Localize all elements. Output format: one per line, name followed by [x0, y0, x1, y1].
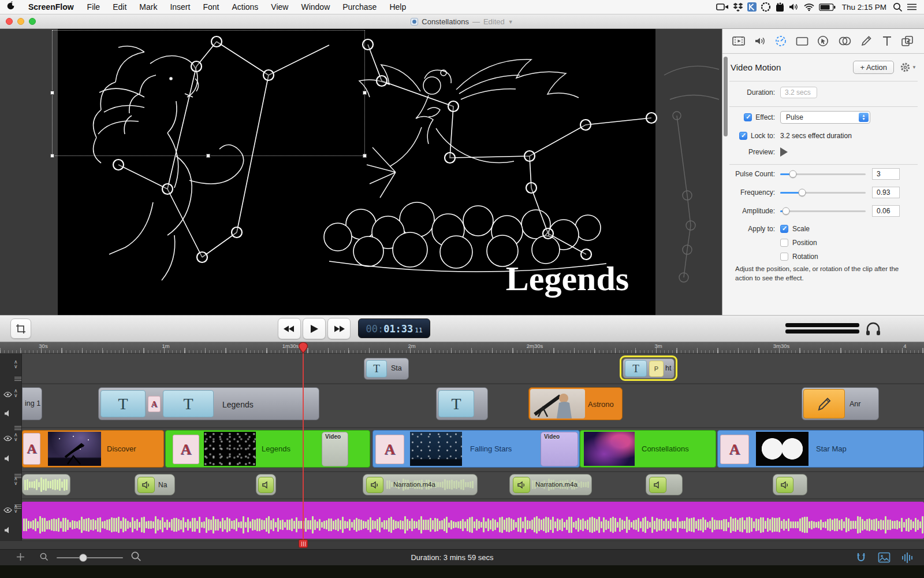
clip-audio-narration-1[interactable]: Narration.m4a	[363, 474, 478, 495]
canvas-selection-rect[interactable]	[52, 30, 365, 156]
transitions-tab-icon[interactable]	[837, 35, 852, 47]
track-collapse-control[interactable]: ∧∨	[14, 504, 18, 513]
clip-audio-narration-2[interactable]: Narration.m4a	[509, 474, 592, 495]
waveforms-toggle-icon[interactable]	[901, 552, 914, 564]
volume-icon[interactable]	[789, 3, 799, 11]
menu-view[interactable]: View	[264, 0, 295, 14]
selection-handle[interactable]	[206, 154, 210, 158]
play-button[interactable]	[303, 318, 326, 339]
zoom-out-icon[interactable]	[40, 553, 49, 563]
menu-insert[interactable]: Insert	[163, 0, 196, 14]
frequency-value[interactable]: 0.93	[872, 187, 900, 198]
menu-file[interactable]: File	[81, 0, 107, 14]
track-mute-icon[interactable]	[4, 454, 12, 465]
scale-checkbox[interactable]	[780, 225, 788, 233]
rewind-button[interactable]	[278, 318, 301, 339]
rotation-checkbox[interactable]	[780, 253, 788, 261]
track-collapse-control[interactable]: ∧∨	[14, 476, 18, 486]
crop-button[interactable]	[10, 318, 31, 339]
gear-menu-button[interactable]: ▼	[900, 62, 916, 73]
callout-tab-icon[interactable]	[816, 35, 830, 47]
clip-audio-na[interactable]: Na	[135, 474, 175, 495]
position-checkbox[interactable]	[780, 239, 788, 247]
menu-mark[interactable]: Mark	[133, 0, 163, 14]
thumbnails-toggle-icon[interactable]	[878, 552, 891, 564]
clip-video-falling-stars[interactable]: A Falling Stars Video	[372, 430, 580, 468]
video-motion-tab-icon-selected[interactable]	[774, 35, 788, 47]
zoom-in-icon[interactable]	[131, 551, 141, 564]
selection-handle[interactable]	[363, 154, 367, 158]
clip-annotation[interactable]: Anr	[802, 387, 879, 420]
clip-astronomer[interactable]: Astrono	[528, 387, 623, 420]
clip-text-selected[interactable]: T P ht S	[623, 358, 675, 379]
headphones-monitor-icon[interactable]	[865, 321, 881, 336]
clip-text[interactable]: T	[436, 387, 488, 420]
duration-field[interactable]: 3.2 secs	[780, 87, 817, 98]
document-proxy-icon[interactable]	[411, 18, 418, 25]
clip-text-partial[interactable]: ing 1	[22, 387, 42, 420]
add-track-button[interactable]	[16, 553, 25, 563]
spotlight-search-icon[interactable]	[893, 2, 903, 12]
amplitude-slider[interactable]	[780, 210, 866, 212]
amplitude-value[interactable]: 0.06	[872, 205, 900, 217]
audio-properties-tab-icon[interactable]	[753, 35, 767, 47]
clip-audio[interactable]	[256, 474, 276, 495]
editing-canvas[interactable]: Legends	[0, 29, 722, 315]
menu-purchase[interactable]: Purchase	[336, 0, 383, 14]
clip-video-constellations[interactable]: Constellations	[580, 430, 716, 468]
transition-badge[interactable]: A	[148, 396, 161, 412]
title-chevron-icon[interactable]: ▼	[508, 19, 513, 25]
fast-forward-button[interactable]	[327, 318, 351, 339]
track-grip-icon[interactable]	[14, 377, 21, 381]
menu-edit[interactable]: Edit	[106, 0, 133, 14]
playhead-marker[interactable]	[298, 342, 308, 354]
timeline-scroll-strip[interactable]	[0, 540, 924, 549]
selection-handle[interactable]	[363, 91, 367, 95]
pulse-count-slider[interactable]	[780, 173, 866, 175]
nested-video-clip[interactable]: Video	[541, 432, 578, 466]
playhead-scroll-marker[interactable]	[299, 539, 308, 548]
clip-audio[interactable]	[773, 474, 807, 495]
clip-video-legends[interactable]: A Legends Video	[165, 430, 370, 468]
timeline-zoom-slider[interactable]	[57, 557, 123, 558]
camera-status-icon[interactable]	[716, 3, 729, 11]
battery-icon[interactable]	[819, 3, 836, 11]
creative-cloud-icon[interactable]	[761, 2, 771, 12]
track-visibility-icon[interactable]	[3, 505, 12, 516]
menu-bar-clock[interactable]: Thu 2:15 PM	[840, 3, 889, 12]
effect-checkbox[interactable]	[744, 113, 752, 121]
nested-video-clip[interactable]: Video	[322, 432, 348, 466]
track-mute-icon[interactable]	[4, 526, 12, 536]
snapping-magnet-icon[interactable]	[855, 551, 867, 564]
track-collapse-control[interactable]: ∧∨	[14, 388, 18, 398]
clip-text-sta[interactable]: T Sta	[364, 358, 409, 380]
zoom-slider-thumb[interactable]	[79, 554, 87, 562]
app-cube-icon[interactable]	[775, 2, 785, 12]
lock-checkbox[interactable]	[739, 132, 747, 140]
clip-audio-waveform[interactable]	[22, 474, 70, 495]
clip-text-legends[interactable]: T A T Legends	[98, 387, 319, 420]
track-grip-icon[interactable]	[14, 426, 21, 430]
track-visibility-icon[interactable]	[3, 390, 12, 400]
frequency-slider[interactable]	[780, 192, 866, 194]
timeline-ruler[interactable]: 30s 1m 1m30s 2m 2m30s 3m 3m30s 4	[0, 342, 924, 354]
notification-center-icon[interactable]	[907, 3, 917, 11]
clip-video-discover[interactable]: A Discover	[22, 430, 164, 468]
playhead-line[interactable]	[303, 343, 304, 540]
track-visibility-icon[interactable]	[3, 433, 12, 444]
menu-help[interactable]: Help	[383, 0, 412, 14]
text-tab-icon[interactable]	[881, 35, 893, 47]
track-collapse-control[interactable]: ∧∨	[14, 360, 18, 369]
add-action-button[interactable]: + Action	[853, 61, 894, 74]
media-library-tab-icon[interactable]	[900, 35, 915, 47]
effect-dropdown[interactable]: Pulse ▲▼	[780, 111, 870, 124]
wifi-icon[interactable]	[803, 3, 815, 11]
pulse-count-value[interactable]: 3	[872, 168, 900, 180]
dropbox-icon[interactable]	[733, 2, 743, 12]
app-menu[interactable]: ScreenFlow	[21, 2, 81, 12]
krita-icon[interactable]	[747, 2, 757, 12]
video-properties-tab-icon[interactable]	[732, 35, 746, 47]
track-collapse-control[interactable]: ∧∨	[14, 432, 18, 442]
selection-handle[interactable]	[50, 91, 54, 95]
clip-music-track[interactable]	[22, 502, 924, 539]
